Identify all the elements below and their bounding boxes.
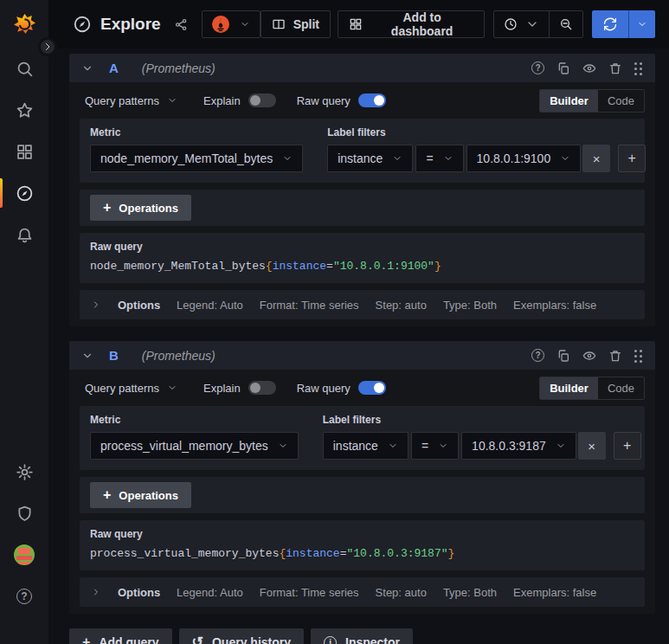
drag-handle-icon[interactable] <box>634 349 643 363</box>
chevron-down-icon <box>388 441 398 451</box>
duplicate-query-icon[interactable] <box>556 349 570 363</box>
add-query-button[interactable]: + Add query <box>69 628 172 644</box>
chevron-down-icon <box>525 17 539 31</box>
run-query-button[interactable] <box>592 10 628 38</box>
operations-label: Operations <box>119 202 178 215</box>
code-label-name: instance <box>286 547 339 560</box>
raw-query-preview: Raw query node_memory_MemTotal_bytes{ins… <box>80 233 645 283</box>
raw-query-title: Raw query <box>90 528 634 540</box>
chevron-down-icon <box>167 95 177 106</box>
builder-mode-option[interactable]: Builder <box>540 90 598 112</box>
query-patterns-dropdown[interactable]: Query patterns <box>80 382 183 395</box>
metric-select[interactable]: node_memory_MemTotal_bytes <box>90 145 303 172</box>
chevron-right-icon <box>42 42 53 52</box>
query-options-collapsed[interactable]: Options Legend: Auto Format: Time series… <box>80 290 645 319</box>
remove-filter-button[interactable]: × <box>582 145 610 172</box>
sidebar-item-configuration[interactable] <box>0 461 48 482</box>
sidebar-expand-button[interactable] <box>38 37 57 56</box>
disable-query-eye-icon[interactable] <box>582 61 596 75</box>
query-datasource-hint: (Prometheus) <box>142 61 215 75</box>
filter-label-select[interactable]: instance <box>327 145 413 172</box>
chevron-down-icon <box>443 153 454 164</box>
metric-select[interactable]: process_virtual_memory_bytes <box>90 432 299 460</box>
drag-handle-icon[interactable] <box>634 61 643 75</box>
time-range-picker[interactable] <box>494 11 549 37</box>
query-help-icon[interactable]: ? <box>531 349 544 362</box>
query-patterns-dropdown[interactable]: Query patterns <box>80 94 183 107</box>
query-options-collapsed[interactable]: Options Legend: Auto Format: Time series… <box>80 577 645 607</box>
filter-value-select[interactable]: 10.8.0.1:9100 <box>466 145 582 172</box>
builder-mode-option[interactable]: Builder <box>540 377 598 399</box>
sidebar-item-dashboards[interactable] <box>0 141 48 162</box>
split-button[interactable]: Split <box>261 10 331 38</box>
inspector-button[interactable]: i Inspector <box>311 628 413 644</box>
datasource-picker[interactable] <box>202 10 261 38</box>
filter-value-value: 10.8.0.1:9100 <box>477 151 551 165</box>
plus-icon: + <box>628 151 636 166</box>
editor-mode-switch: Builder Code <box>539 377 645 400</box>
disable-query-eye-icon[interactable] <box>582 349 596 363</box>
add-operation-button[interactable]: + Operations <box>90 482 191 508</box>
filter-operator-select[interactable]: = <box>415 145 463 172</box>
remove-query-trash-icon[interactable] <box>608 349 622 363</box>
collapse-chevron-icon[interactable] <box>81 62 93 74</box>
chevron-down-icon <box>167 383 177 393</box>
raw-query-toggle-pair: Raw query <box>297 93 386 107</box>
topbar-actions: Split Add to dashboard <box>261 10 655 38</box>
info-icon: i <box>324 636 337 644</box>
add-operation-button[interactable]: + Operations <box>90 195 191 221</box>
plus-icon: + <box>623 438 631 454</box>
run-query-button-group <box>592 10 655 38</box>
query-a-body: Query patterns Explain Raw query Builder… <box>69 82 655 326</box>
raw-query-toggle[interactable] <box>358 93 386 107</box>
add-query-label: Add query <box>99 635 158 644</box>
explain-toggle-pair: Explain <box>203 93 276 107</box>
add-to-dashboard-button[interactable]: Add to dashboard <box>338 10 485 38</box>
compass-icon <box>16 184 34 203</box>
raw-query-title: Raw query <box>90 241 634 253</box>
code-mode-option[interactable]: Code <box>598 90 644 112</box>
sidebar-item-help[interactable]: ? <box>0 586 48 607</box>
split-label: Split <box>293 17 319 31</box>
filter-label-select[interactable]: instance <box>323 432 408 460</box>
gear-icon <box>16 463 34 481</box>
options-legend: Legend: Auto <box>177 586 243 599</box>
remove-query-trash-icon[interactable] <box>608 61 622 75</box>
explain-toggle[interactable] <box>248 93 276 107</box>
sidebar-item-profile[interactable] <box>0 544 48 565</box>
query-history-button[interactable]: ↺ Query history <box>179 628 304 644</box>
code-mode-option[interactable]: Code <box>598 377 644 399</box>
share-link-icon[interactable] <box>174 17 189 32</box>
collapse-chevron-icon[interactable] <box>81 350 93 362</box>
raw-query-toggle[interactable] <box>358 381 386 395</box>
options-legend: Legend: Auto <box>177 299 243 312</box>
raw-query-code: process_virtual_memory_bytes{instance="1… <box>90 547 634 560</box>
remove-filter-button[interactable]: × <box>578 432 606 460</box>
explain-toggle[interactable] <box>248 381 276 395</box>
options-type: Type: Both <box>443 299 497 312</box>
query-ref-id[interactable]: B <box>109 348 119 363</box>
sidebar-item-starred[interactable] <box>0 100 48 120</box>
sidebar-item-explore[interactable] <box>0 183 48 203</box>
query-ref-id[interactable]: A <box>109 61 119 75</box>
sidebar-item-server-admin[interactable] <box>0 503 48 524</box>
filter-operator-select[interactable]: = <box>411 432 459 460</box>
grafana-logo-icon[interactable] <box>13 13 36 36</box>
metric-labels-editor: Metric process_virtual_memory_bytes Labe… <box>80 406 645 470</box>
sidebar-item-alerting[interactable] <box>0 224 48 245</box>
query-help-icon[interactable]: ? <box>531 61 544 74</box>
run-query-interval-dropdown[interactable] <box>628 10 655 38</box>
raw-query-preview: Raw query process_virtual_memory_bytes{i… <box>80 520 645 570</box>
filter-operator-value: = <box>426 151 433 165</box>
raw-query-toggle-pair: Raw query <box>297 381 386 395</box>
filter-value-select[interactable]: 10.8.0.3:9187 <box>461 432 576 460</box>
explore-footer-actions: + Add query ↺ Query history i Inspector <box>69 628 655 644</box>
explore-compass-icon <box>73 15 92 34</box>
sidebar-item-search[interactable] <box>0 58 48 79</box>
duplicate-query-icon[interactable] <box>556 61 570 75</box>
chevron-right-icon <box>91 587 101 597</box>
add-filter-button[interactable]: + <box>614 432 641 460</box>
add-filter-button[interactable]: + <box>618 145 646 172</box>
close-icon: × <box>588 439 595 454</box>
zoom-out-time-button[interactable] <box>549 11 582 37</box>
